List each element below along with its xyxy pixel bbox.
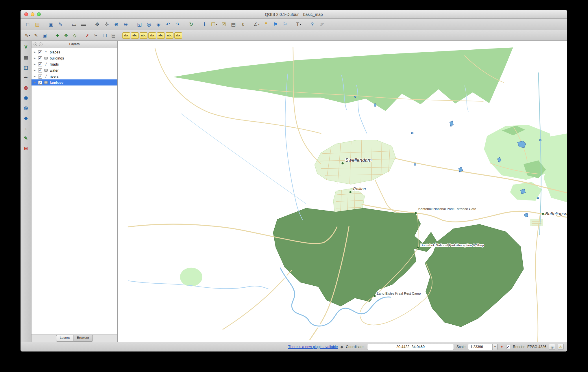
expand-arrow-icon[interactable]: ▶ xyxy=(34,69,37,72)
zoom-in-button[interactable]: ⊕ xyxy=(112,20,121,29)
node-tool-button[interactable]: ◇ xyxy=(71,32,79,39)
layer-row-landuse[interactable]: ▶✓landuse xyxy=(32,79,117,85)
dropdown-arrow-icon[interactable]: ▾ xyxy=(258,23,260,26)
add-raster-layer-button[interactable]: ▦ xyxy=(22,53,30,61)
label-move-button[interactable]: abc xyxy=(131,32,139,39)
panel-tab-layers[interactable]: Layers xyxy=(56,335,74,342)
label-show-hide-button[interactable]: abc xyxy=(157,32,165,39)
expand-arrow-icon[interactable]: ▶ xyxy=(34,63,37,66)
pan-map-button[interactable]: ✥ xyxy=(93,20,101,29)
zoom-next-button[interactable]: ↷ xyxy=(173,20,182,29)
expand-arrow-icon[interactable]: ▶ xyxy=(34,81,37,84)
new-project-button[interactable]: □ xyxy=(23,20,32,29)
add-delimited-text-layer-button[interactable]: , xyxy=(22,124,30,132)
log-messages-button[interactable]: ⚠ xyxy=(558,344,564,350)
scale-dropdown-icon[interactable]: ▾ xyxy=(492,344,497,350)
add-postgis-layer-button[interactable]: ◫ xyxy=(22,63,30,71)
cut-features-button[interactable]: ✂ xyxy=(92,32,100,39)
open-project-button[interactable]: ▨ xyxy=(33,20,42,29)
label-pin-button[interactable]: abc xyxy=(148,32,156,39)
zoom-full-button[interactable]: ◱ xyxy=(135,20,144,29)
zoom-out-button[interactable]: ⊖ xyxy=(121,20,130,29)
add-feature-button[interactable]: ✚ xyxy=(53,32,61,39)
add-wms-layer-button[interactable]: ◉ xyxy=(22,94,30,102)
current-edits-button[interactable]: ✎▾ xyxy=(23,32,31,39)
panel-float-icon[interactable]: ▫ xyxy=(39,42,42,46)
show-bookmarks-button[interactable]: ⚐ xyxy=(281,20,289,29)
coordinate-input[interactable] xyxy=(367,344,454,350)
select-features-button[interactable]: ☐▾ xyxy=(210,20,219,29)
label-highlight-pinned-button[interactable]: abc xyxy=(166,32,173,39)
expand-arrow-icon[interactable]: ▶ xyxy=(34,57,37,59)
toggle-editing-button[interactable]: ✎ xyxy=(32,32,40,39)
refresh-map-button[interactable]: ↻ xyxy=(187,20,195,29)
panel-close-icon[interactable]: ✕ xyxy=(34,42,37,46)
dropdown-arrow-icon[interactable]: ▾ xyxy=(29,34,30,37)
composer-manager-button[interactable]: ▬ xyxy=(79,20,88,29)
render-checkbox[interactable]: ✓ xyxy=(506,345,510,349)
add-wcs-layer-button[interactable]: ◎ xyxy=(22,104,30,112)
new-plugin-link[interactable]: There is a new plugin available xyxy=(288,345,338,349)
new-bookmark-button[interactable]: ⚑ xyxy=(271,20,280,29)
layer-visibility-checkbox[interactable]: ✓ xyxy=(38,50,42,54)
identify-features-button[interactable]: ℹ xyxy=(200,20,209,29)
close-button[interactable] xyxy=(24,12,28,16)
layer-label: roads xyxy=(50,62,59,66)
open-attribute-table-button[interactable]: ▤ xyxy=(229,20,238,29)
layer-visibility-checkbox[interactable]: ✓ xyxy=(38,56,42,60)
add-wfs-layer-button[interactable]: ◈ xyxy=(22,114,30,122)
add-wcs-layer-icon: ◎ xyxy=(24,105,28,111)
zoom-last-button[interactable]: ↶ xyxy=(164,20,172,29)
label-properties-button[interactable]: abc xyxy=(174,32,182,39)
move-feature-button[interactable]: ✥ xyxy=(62,32,70,39)
dropdown-arrow-icon[interactable]: ▾ xyxy=(300,23,301,26)
crs-status-button[interactable]: ◎ xyxy=(549,344,555,350)
layer-visibility-checkbox[interactable]: ✓ xyxy=(38,68,42,72)
layer-row-roads[interactable]: ▶✓╱roads xyxy=(32,61,117,67)
save-layer-edits-button[interactable]: ▣ xyxy=(41,32,49,39)
paste-features-button[interactable]: ▤ xyxy=(110,32,117,39)
field-calculator-button[interactable]: ε xyxy=(238,20,247,29)
minimize-button[interactable] xyxy=(31,12,34,16)
crs-status-text[interactable]: EPSG:4326 xyxy=(527,345,546,349)
new-shapefile-layer-button[interactable]: ✎ xyxy=(22,134,30,142)
zoom-to-selection-button[interactable]: ◎ xyxy=(145,20,153,29)
scale-combo[interactable]: 1:23396 ▾ xyxy=(468,344,498,350)
map-canvas[interactable]: Swellendam Railton Bontebok National Par… xyxy=(118,41,567,342)
save-project-button[interactable]: ▣ xyxy=(47,20,55,29)
pan-to-selection-button[interactable]: ✜ xyxy=(102,20,111,29)
layer-row-buildings[interactable]: ▶✓buildings xyxy=(32,55,117,61)
new-print-composer-button[interactable]: ▭ xyxy=(70,20,78,29)
panel-tab-browser[interactable]: Browser xyxy=(73,335,93,342)
save-project-as-button[interactable]: ✎ xyxy=(56,20,65,29)
layer-row-rivers[interactable]: ▶✓╱rivers xyxy=(32,73,117,79)
deselect-features-button[interactable]: ☒ xyxy=(219,20,228,29)
expand-arrow-icon[interactable]: ▶ xyxy=(34,75,37,78)
expand-arrow-icon[interactable]: ▶ xyxy=(34,51,37,53)
layer-visibility-checkbox[interactable]: ✓ xyxy=(38,75,42,79)
add-mssql-layer-button[interactable]: ◍ xyxy=(22,83,30,92)
label-rotate-button[interactable]: abc xyxy=(140,32,147,39)
text-annotation-button[interactable]: T▾ xyxy=(294,20,303,29)
layer-row-water[interactable]: ▶✓water xyxy=(32,67,117,73)
add-spatialite-layer-button[interactable]: ✒ xyxy=(22,73,30,81)
dropdown-arrow-icon[interactable]: ▾ xyxy=(216,23,217,26)
new-shapefile-layer-icon: ✎ xyxy=(24,135,28,141)
stop-rendering-icon[interactable]: ✦ xyxy=(500,345,504,349)
layer-row-places[interactable]: ▶✓∵places xyxy=(32,49,117,55)
plugin-icon[interactable]: ◆ xyxy=(340,345,343,349)
map-tips-button[interactable]: ❞ xyxy=(262,20,270,29)
layer-labeling-button[interactable]: abc xyxy=(122,32,130,39)
qgis-window: QGIS 2.0.1-Dufour – basic_map □▨▣✎▭▬✥✜⊕⊖… xyxy=(21,10,567,351)
remove-layer-button[interactable]: ⊟ xyxy=(22,144,30,152)
layer-visibility-checkbox[interactable]: ✓ xyxy=(38,62,42,66)
measure-line-button[interactable]: ∠▾ xyxy=(252,20,261,29)
delete-selected-button[interactable]: ✗ xyxy=(84,32,91,39)
layer-visibility-checkbox[interactable]: ✓ xyxy=(38,81,42,85)
help-contents-button[interactable]: ? xyxy=(308,20,317,29)
whats-this-button[interactable]: ☞ xyxy=(317,20,326,29)
zoom-to-layer-button[interactable]: ◈ xyxy=(154,20,163,29)
copy-features-button[interactable]: ❏ xyxy=(101,32,109,39)
add-vector-layer-button[interactable]: V xyxy=(22,43,30,51)
maximize-button[interactable] xyxy=(37,12,41,16)
